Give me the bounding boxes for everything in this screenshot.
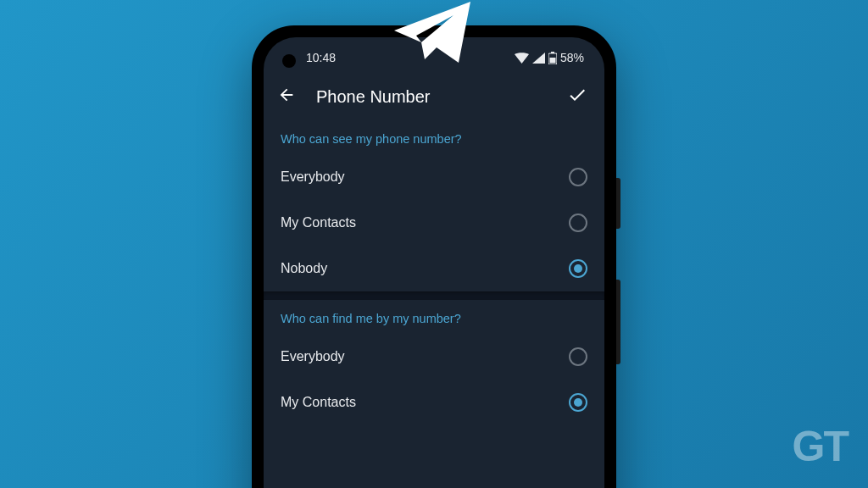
confirm-check-icon[interactable] <box>567 85 587 108</box>
phone-frame: 10:48 58% Phone Number Who can see my ph… <box>252 25 616 488</box>
watermark: GT <box>793 422 848 471</box>
radio-icon <box>569 214 587 232</box>
radio-selected-icon <box>569 259 587 278</box>
option-label: Everybody <box>281 169 345 185</box>
section-header-findability: Who can find me by my number? <box>264 300 604 334</box>
option-mycontacts-visibility[interactable]: My Contacts <box>264 200 604 246</box>
page-header: Phone Number <box>264 73 604 120</box>
section-header-visibility: Who can see my phone number? <box>264 120 604 154</box>
phone-screen: 10:48 58% Phone Number Who can see my ph… <box>264 37 604 488</box>
battery-icon <box>548 52 557 64</box>
section-divider <box>264 291 604 300</box>
option-label: My Contacts <box>281 395 356 410</box>
front-camera <box>282 54 296 68</box>
page-title: Phone Number <box>316 87 547 107</box>
back-arrow-icon[interactable] <box>277 86 296 108</box>
option-label: Nobody <box>281 261 327 276</box>
option-mycontacts-findability[interactable]: My Contacts <box>264 380 604 425</box>
telegram-logo-icon <box>387 0 481 77</box>
phone-side-button <box>616 280 620 364</box>
option-nobody-visibility[interactable]: Nobody <box>264 246 604 291</box>
phone-side-button <box>616 178 620 229</box>
svg-rect-2 <box>549 58 555 64</box>
option-everybody-visibility[interactable]: Everybody <box>264 154 604 200</box>
radio-selected-icon <box>569 393 587 412</box>
status-time: 10:48 <box>306 51 336 64</box>
radio-icon <box>569 347 587 366</box>
radio-icon <box>569 168 587 186</box>
wifi-icon <box>515 53 529 64</box>
option-label: My Contacts <box>281 215 356 230</box>
option-everybody-findability[interactable]: Everybody <box>264 334 604 380</box>
option-label: Everybody <box>281 349 345 364</box>
battery-percentage: 58% <box>560 51 584 64</box>
signal-icon <box>532 53 545 64</box>
